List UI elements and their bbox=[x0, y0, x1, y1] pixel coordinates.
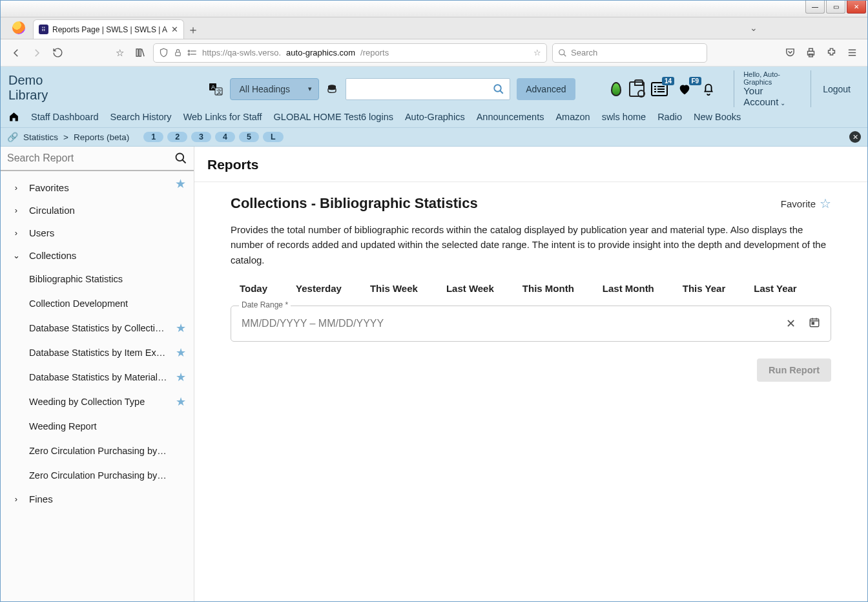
app-menu-icon[interactable] bbox=[844, 45, 860, 61]
sidebar-group-circulation[interactable]: ›Circulation bbox=[1, 199, 194, 222]
bookmark-star-outline-icon[interactable]: ☆ bbox=[112, 45, 127, 61]
favorite-toggle[interactable]: Favorite ☆ bbox=[781, 196, 831, 211]
window-maximize-button[interactable]: ▭ bbox=[826, 1, 845, 14]
browser-tab-active[interactable]: ⠿ Reports Page | SWLS | SWLS | A ✕ bbox=[33, 19, 184, 39]
sidebar-group-users[interactable]: ›Users bbox=[1, 222, 194, 244]
sidebar-item-label: Collection Development bbox=[29, 298, 185, 309]
new-tab-button[interactable]: ＋ bbox=[184, 21, 202, 39]
url-path: /reports bbox=[360, 48, 389, 57]
database-icon[interactable] bbox=[326, 78, 339, 100]
sidebar-tree: ★ ›Favorites ›Circulation ›Users ⌄Collec… bbox=[1, 171, 194, 510]
run-report-label: Run Report bbox=[769, 365, 820, 375]
nav-link[interactable]: Radio bbox=[657, 112, 682, 122]
quick-range-option[interactable]: This Month bbox=[522, 283, 574, 294]
catalog-search-icon[interactable] bbox=[493, 83, 504, 95]
headings-dropdown[interactable]: All Headings bbox=[230, 78, 319, 100]
clear-icon[interactable]: ✕ bbox=[786, 317, 796, 331]
quick-range-option[interactable]: Last Month bbox=[603, 283, 654, 294]
account-menu[interactable]: Hello, Auto-Graphics Your Account ⌄ bbox=[734, 70, 796, 107]
sidebar-item[interactable]: Weeding Report bbox=[1, 414, 194, 439]
sidebar-item[interactable]: Database Statistics by Material Ty…★ bbox=[1, 365, 194, 389]
sidebar-item[interactable]: Collection Development bbox=[1, 291, 194, 316]
logout-link[interactable]: Logout bbox=[811, 70, 861, 107]
star-icon[interactable]: ★ bbox=[176, 370, 186, 384]
sidebar-search[interactable] bbox=[1, 147, 194, 171]
catalog-search-input[interactable] bbox=[351, 84, 493, 94]
quick-range-option[interactable]: Yesterday bbox=[296, 283, 342, 294]
home-icon[interactable] bbox=[8, 111, 19, 122]
urlbar-bookmark-icon[interactable]: ☆ bbox=[533, 48, 541, 57]
translate-icon[interactable]: A文 bbox=[208, 81, 223, 98]
nav-link[interactable]: swls home bbox=[602, 112, 646, 122]
svg-point-4 bbox=[188, 54, 190, 56]
sidebar-group-favorites[interactable]: ›Favorites bbox=[1, 176, 194, 199]
date-range-field[interactable]: Date Range * MM/DD/YYYY – MM/DD/YYYY ✕ bbox=[231, 306, 831, 342]
date-range-legend: Date Range * bbox=[239, 300, 291, 309]
nav-reload-button[interactable] bbox=[50, 45, 65, 61]
catalog-search-box[interactable] bbox=[346, 78, 510, 100]
svg-rect-0 bbox=[136, 49, 138, 56]
nav-link[interactable]: New Books bbox=[694, 112, 741, 122]
history-chip[interactable]: 4 bbox=[215, 132, 235, 142]
chevron-right-icon: › bbox=[12, 494, 20, 504]
chevron-right-icon: › bbox=[12, 183, 20, 192]
history-chip[interactable]: L bbox=[263, 132, 284, 142]
history-chip[interactable]: 5 bbox=[239, 132, 259, 142]
sidebar-item[interactable]: Database Statistics by Collection …★ bbox=[1, 316, 194, 340]
balloon-icon[interactable] bbox=[609, 81, 623, 98]
quick-range-option[interactable]: This Week bbox=[370, 283, 418, 294]
svg-point-16 bbox=[176, 154, 184, 161]
quick-range-option[interactable]: This Year bbox=[683, 283, 725, 294]
library-icon[interactable] bbox=[132, 45, 148, 61]
breadcrumb-sep: > bbox=[63, 132, 68, 142]
breadcrumb-item[interactable]: Reports (beta) bbox=[74, 132, 129, 142]
tab-close-icon[interactable]: ✕ bbox=[171, 25, 178, 34]
sidebar-group-fines[interactable]: ›Fines bbox=[1, 488, 194, 510]
nav-link[interactable]: Amazon bbox=[555, 112, 590, 122]
sidebar-item[interactable]: Weeding by Collection Type★ bbox=[1, 389, 194, 414]
breadcrumb-close-icon[interactable]: ✕ bbox=[849, 131, 861, 143]
window-close-button[interactable]: ✕ bbox=[847, 1, 866, 14]
nav-link[interactable]: Staff Dashboard bbox=[31, 112, 99, 122]
history-chip[interactable]: 2 bbox=[167, 132, 187, 142]
tabs-overflow-chevron-icon[interactable]: ⌄ bbox=[750, 23, 758, 33]
chevron-down-icon: ⌄ bbox=[12, 251, 20, 260]
quick-range-option[interactable]: Last Year bbox=[754, 283, 796, 294]
clipboard-search-icon[interactable] bbox=[629, 81, 645, 98]
date-range-placeholder: MM/DD/YYYY – MM/DD/YYYY bbox=[242, 318, 384, 329]
account-greeting: Hello, Auto-Graphics bbox=[743, 70, 796, 86]
nav-link[interactable]: Search History bbox=[110, 112, 172, 122]
window-minimize-button[interactable]: — bbox=[805, 1, 825, 14]
favorites-icon[interactable]: F9 bbox=[677, 82, 692, 96]
star-icon[interactable]: ★ bbox=[176, 321, 186, 335]
nav-back-button[interactable] bbox=[8, 45, 24, 61]
star-icon[interactable]: ★ bbox=[176, 346, 186, 360]
star-icon[interactable]: ★ bbox=[176, 395, 186, 409]
sidebar-item[interactable]: Zero Circulation Purchasing by Materi… bbox=[1, 463, 194, 488]
lists-icon[interactable]: 14 bbox=[651, 82, 668, 96]
nav-link[interactable]: Web Links for Staff bbox=[183, 112, 262, 122]
notifications-icon[interactable] bbox=[701, 82, 716, 96]
extensions-icon[interactable] bbox=[823, 45, 839, 61]
sidebar-group-collections[interactable]: ⌄Collections bbox=[1, 244, 194, 267]
quick-range-option[interactable]: Today bbox=[240, 283, 267, 294]
nav-link[interactable]: GLOBAL HOME Test6 logins bbox=[274, 112, 393, 122]
print-icon[interactable] bbox=[803, 45, 818, 61]
tab-favicon-icon: ⠿ bbox=[39, 25, 48, 34]
url-bar[interactable]: https://qa-swls.verso.auto-graphics.com/… bbox=[153, 43, 547, 63]
nav-link[interactable]: Auto-Graphics bbox=[405, 112, 465, 122]
history-chip[interactable]: 3 bbox=[191, 132, 211, 142]
advanced-search-button[interactable]: Advanced bbox=[517, 78, 575, 100]
browser-search-box[interactable]: Search bbox=[552, 43, 707, 63]
search-icon[interactable] bbox=[174, 152, 187, 165]
quick-range-option[interactable]: Last Week bbox=[446, 283, 494, 294]
sidebar-item[interactable]: Database Statistics by Item Except…★ bbox=[1, 340, 194, 365]
pocket-icon[interactable] bbox=[782, 45, 798, 61]
sidebar-item[interactable]: Bibliographic Statistics bbox=[1, 267, 194, 291]
sidebar-search-input[interactable] bbox=[7, 152, 169, 164]
calendar-icon[interactable] bbox=[809, 317, 820, 331]
breadcrumb-item[interactable]: Statistics bbox=[23, 132, 58, 142]
sidebar-item[interactable]: Zero Circulation Purchasing by Collect… bbox=[1, 439, 194, 463]
nav-link[interactable]: Announcements bbox=[477, 112, 544, 122]
history-chip[interactable]: 1 bbox=[143, 132, 163, 142]
